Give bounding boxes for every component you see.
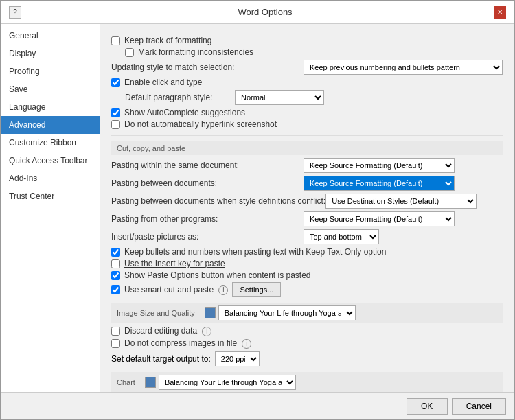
- title-bar: ? Word Options ✕: [1, 1, 514, 24]
- pasting-same-label: Pasting within the same document:: [111, 161, 304, 170]
- use-smart-cut-label: Use smart cut and paste i: [124, 285, 228, 295]
- use-insert-key-row: Use the Insert key for paste: [111, 259, 503, 268]
- chart-section: Chart Balancing Your Life through Yoga a…: [111, 372, 503, 392]
- sidebar-item-display[interactable]: Display: [1, 45, 100, 62]
- dialog-footer: OK Cancel: [1, 392, 514, 419]
- sidebar-item-add-ins[interactable]: Add-Ins: [1, 170, 100, 187]
- options-scroll-area[interactable]: Keep track of formatting Mark formatting…: [100, 24, 514, 392]
- smart-cut-info-icon: i: [218, 285, 228, 295]
- sidebar-item-customize-ribbon[interactable]: Customize Ribbon: [1, 134, 100, 152]
- ok-button[interactable]: OK: [407, 398, 448, 415]
- main-content: Keep track of formatting Mark formatting…: [100, 24, 514, 392]
- no-compress-label: Do not compress images in file i: [124, 338, 251, 349]
- pasting-between-select[interactable]: Keep Source Formatting (Default) Merge F…: [304, 176, 455, 191]
- keep-bullets-label: Keep bullets and numbers when pasting te…: [124, 247, 386, 257]
- show-autocomplete-row: Show AutoComplete suggestions: [111, 108, 503, 117]
- keep-track-row: Keep track of formatting: [111, 36, 503, 45]
- image-doc-icon: [205, 307, 216, 318]
- image-doc-select[interactable]: Balancing Your Life through Yoga and ...: [218, 305, 356, 320]
- cut-copy-paste-header: Cut, copy, and paste: [111, 141, 503, 155]
- keep-track-checkbox[interactable]: [111, 36, 120, 45]
- updating-style-label: Updating style to match selection:: [111, 62, 304, 72]
- sidebar-item-trust-center[interactable]: Trust Center: [1, 187, 100, 205]
- discard-editing-row: Discard editing data i: [111, 326, 503, 336]
- help-button[interactable]: ?: [9, 6, 21, 19]
- show-paste-options-row: Show Paste Options button when content i…: [111, 270, 503, 280]
- settings-button[interactable]: Settings...: [232, 282, 281, 297]
- ppi-select[interactable]: 220 ppi 96 ppi 150 ppi 330 ppi: [215, 351, 260, 366]
- pasting-other-row: Pasting from other programs: Keep Source…: [111, 211, 503, 226]
- default-para-label: Default paragraph style:: [125, 93, 235, 102]
- default-para-select[interactable]: Normal Body Text Heading 1 Heading 2: [235, 90, 324, 105]
- use-smart-cut-row: Use smart cut and paste i Settings...: [111, 282, 503, 297]
- show-paste-options-checkbox[interactable]: [111, 271, 120, 280]
- word-options-dialog: ? Word Options ✕ General Display Proofin…: [0, 0, 515, 420]
- mark-inconsistencies-checkbox[interactable]: [125, 48, 134, 57]
- chart-header: Chart: [117, 378, 135, 386]
- pasting-same-select[interactable]: Keep Source Formatting (Default) Merge F…: [304, 158, 455, 173]
- pasting-conflict-row: Pasting between documents when style def…: [111, 194, 503, 209]
- sidebar-item-general[interactable]: General: [1, 27, 100, 45]
- discard-editing-label: Discard editing data i: [124, 326, 211, 336]
- insert-paste-select[interactable]: Top and bottom In line with text Square …: [304, 229, 379, 244]
- top-section: Keep track of formatting Mark formatting…: [111, 31, 503, 136]
- updating-style-row: Updating style to match selection: Keep …: [111, 60, 503, 75]
- no-hyperlink-label: Do not automatically hyperlink screensho…: [124, 119, 277, 129]
- pasting-between-label: Pasting between documents:: [111, 178, 304, 188]
- image-quality-header: Image Size and Quality: [117, 309, 195, 317]
- mark-inconsistencies-label: Mark formatting inconsistencies: [138, 47, 253, 57]
- pasting-same-row: Pasting within the same document: Keep S…: [111, 158, 503, 173]
- image-quality-header-bar: Image Size and Quality Balancing Your Li…: [111, 303, 503, 323]
- discard-info-icon: i: [202, 327, 211, 336]
- dialog-body: General Display Proofing Save Language A…: [1, 24, 514, 392]
- enable-click-checkbox[interactable]: [111, 78, 120, 87]
- keep-track-label: Keep track of formatting: [124, 36, 211, 45]
- cancel-button[interactable]: Cancel: [452, 398, 506, 415]
- enable-click-row: Enable click and type: [111, 78, 503, 87]
- sidebar-item-language[interactable]: Language: [1, 98, 100, 116]
- discard-editing-checkbox[interactable]: [111, 327, 120, 336]
- no-compress-info-icon: i: [242, 339, 251, 349]
- cut-copy-paste-section: Cut, copy, and paste Pasting within the …: [111, 141, 503, 297]
- default-para-row: Default paragraph style: Normal Body Tex…: [125, 90, 503, 105]
- default-output-row: Set default target output to: 220 ppi 96…: [111, 351, 503, 366]
- pasting-conflict-label: Pasting between documents when style def…: [111, 196, 325, 206]
- no-compress-checkbox[interactable]: [111, 339, 120, 348]
- mark-inconsistencies-row: Mark formatting inconsistencies: [125, 47, 503, 57]
- show-paste-options-label: Show Paste Options button when content i…: [124, 270, 311, 280]
- sidebar-item-quick-access[interactable]: Quick Access Toolbar: [1, 152, 100, 170]
- sidebar-item-save[interactable]: Save: [1, 80, 100, 98]
- sidebar: General Display Proofing Save Language A…: [1, 24, 100, 392]
- chart-doc-icon: [145, 377, 156, 388]
- use-insert-key-checkbox[interactable]: [111, 259, 120, 268]
- chart-header-bar: Chart Balancing Your Life through Yoga a…: [111, 372, 503, 392]
- image-quality-section: Image Size and Quality Balancing Your Li…: [111, 303, 503, 366]
- insert-paste-row: Insert/paste pictures as: Top and bottom…: [111, 229, 503, 244]
- pasting-conflict-select[interactable]: Use Destination Styles (Default) Keep So…: [325, 194, 477, 209]
- no-hyperlink-checkbox[interactable]: [111, 120, 120, 129]
- pasting-other-select[interactable]: Keep Source Formatting (Default) Merge F…: [304, 211, 455, 226]
- updating-style-select[interactable]: Keep previous numbering and bullets patt…: [304, 60, 503, 75]
- default-output-label: Set default target output to:: [111, 354, 211, 364]
- use-smart-cut-checkbox[interactable]: [111, 285, 120, 294]
- sidebar-item-advanced[interactable]: Advanced: [1, 116, 100, 134]
- no-hyperlink-row: Do not automatically hyperlink screensho…: [111, 119, 503, 129]
- pasting-other-label: Pasting from other programs:: [111, 214, 304, 224]
- pasting-between-row: Pasting between documents: Keep Source F…: [111, 176, 503, 191]
- chart-doc-select[interactable]: Balancing Your Life through Yoga and ...: [159, 375, 296, 390]
- keep-bullets-row: Keep bullets and numbers when pasting te…: [111, 247, 503, 257]
- show-autocomplete-label: Show AutoComplete suggestions: [124, 108, 245, 117]
- sidebar-item-proofing[interactable]: Proofing: [1, 62, 100, 80]
- no-compress-row: Do not compress images in file i: [111, 338, 503, 349]
- insert-paste-label: Insert/paste pictures as:: [111, 232, 304, 242]
- enable-click-label: Enable click and type: [124, 78, 202, 87]
- dialog-title: Word Options: [36, 7, 494, 17]
- use-insert-key-label: Use the Insert key for paste: [124, 259, 225, 268]
- keep-bullets-checkbox[interactable]: [111, 248, 120, 257]
- show-autocomplete-checkbox[interactable]: [111, 108, 120, 117]
- close-button[interactable]: ✕: [494, 6, 506, 19]
